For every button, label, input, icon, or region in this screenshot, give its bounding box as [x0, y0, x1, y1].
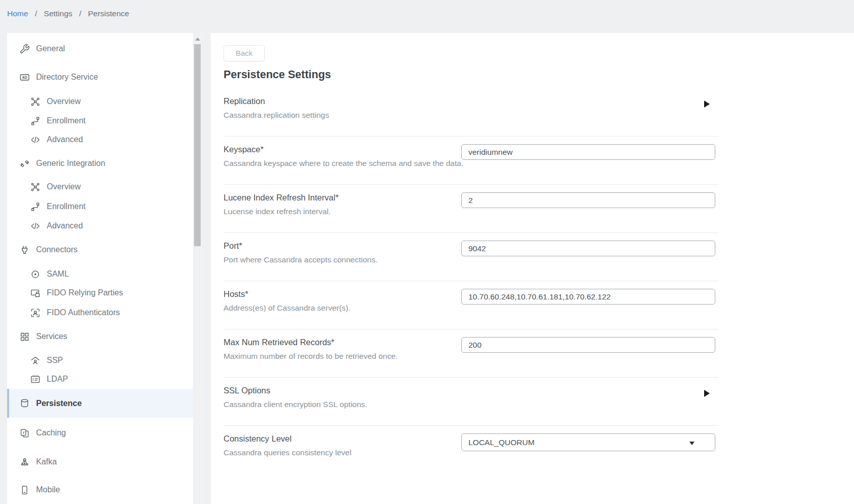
keyspace-description: Cassandra keyspace where to create the s… [224, 159, 719, 168]
code-icon [29, 220, 41, 232]
sidebar-item-label: Enrollment [47, 116, 85, 125]
port-description: Port where Cassandra accepts connections… [224, 255, 719, 264]
sidebar-scrollbar[interactable] [193, 33, 202, 504]
selected-value: LOCAL_QUORUM [468, 438, 534, 447]
disc-icon [29, 268, 41, 280]
sidebar-item-caching[interactable]: Caching [7, 425, 193, 441]
sidebar-item-fido-relying-parties[interactable]: FIDO Relying Parties [7, 285, 193, 300]
max-num-retrieved-records-input[interactable] [461, 337, 715, 353]
breadcrumb: Home / Settings / Persistence [7, 9, 134, 18]
port-input[interactable] [461, 241, 715, 256]
route-icon [29, 115, 41, 127]
sidebar-item-label: FIDO Authenticators [47, 308, 120, 317]
cable-icon [18, 157, 30, 170]
hosts-description: Address(es) of Cassandra server(s). [224, 304, 719, 313]
breadcrumb-separator: / [35, 9, 37, 18]
sidebar-item-fido-authenticators[interactable]: FIDO Authenticators [7, 305, 193, 320]
sidebar-item-label: SAML [47, 270, 69, 279]
keyspace-input[interactable] [461, 144, 715, 160]
sidebar-item-overview[interactable]: Overview [7, 94, 193, 109]
settings-form: Replication Cassandra replication settin… [224, 88, 719, 474]
network-nodes-icon [29, 95, 41, 108]
sidebar-item-services[interactable]: Services [7, 329, 193, 344]
scrollbar-up-arrow-icon[interactable] [195, 38, 200, 41]
breadcrumb-persistence: Persistence [88, 9, 129, 18]
row-ssl-options[interactable]: SSL Options Cassandra client encryption … [224, 378, 719, 426]
row-consistency-level: Consistency Level Cassandra queries cons… [224, 426, 719, 474]
row-hosts: Hosts* Address(es) of Cassandra server(s… [224, 281, 719, 329]
person-home-icon [29, 354, 41, 366]
sidebar-item-label: Services [36, 332, 67, 341]
breadcrumb-separator: / [79, 9, 81, 18]
sidebar-item-enrollment[interactable]: Enrollment [7, 113, 193, 128]
sidebar-item-ldap[interactable]: LDAP [7, 372, 193, 387]
sidebar-item-enrollment-2[interactable]: Enrollment [7, 199, 193, 214]
sidebar-item-advanced[interactable]: Advanced [7, 132, 193, 147]
sidebar-item-label: FIDO Relying Parties [47, 288, 123, 297]
hosts-input[interactable] [461, 289, 715, 305]
sidebar-item-persistence[interactable]: Persistence [7, 389, 193, 418]
grid-icon [18, 330, 30, 343]
network-nodes-icon [29, 181, 41, 193]
sidebar-item-overview-2[interactable]: Overview [7, 179, 193, 194]
sidebar-item-kafka[interactable]: Kafka [7, 454, 193, 469]
replication-label: Replication [224, 96, 719, 106]
sidebar-item-label: Mobile [36, 485, 60, 494]
sidebar-item-label: Advanced [47, 221, 83, 230]
row-max-num-retrieved-records: Max Num Retrieved Records* Maximum numbe… [224, 329, 719, 378]
sidebar-item-connectors[interactable]: Connectors [7, 242, 193, 257]
sidebar-item-label: Directory Service [36, 73, 98, 82]
sidebar-item-label: SSP [47, 356, 63, 365]
svg-text:AD: AD [22, 76, 27, 79]
sidebar-item-label: General [36, 44, 65, 53]
sidebar-item-label: Connectors [36, 245, 78, 254]
lucene-index-refresh-interval-description: Lucense index refresh interval. [224, 207, 719, 216]
sidebar-item-label: Kafka [36, 457, 57, 466]
max-num-retrieved-records-description: Maximum number of records to be retrieve… [224, 352, 719, 361]
sidebar-item-label: Overview [47, 182, 81, 191]
row-keyspace: Keyspace* Cassandra keyspace where to cr… [224, 137, 719, 185]
plug-icon [18, 244, 30, 256]
sidebar-item-generic-integration[interactable]: Generic Integration [7, 156, 193, 171]
settings-sidebar: General AD Directory Service Overview En… [7, 33, 193, 504]
kafka-icon [18, 456, 30, 468]
ssl-options-description: Cassandra client encryption SSL options. [224, 400, 719, 409]
face-scan-icon [29, 307, 41, 319]
sidebar-item-ssp[interactable]: SSP [7, 353, 193, 368]
code-icon [29, 133, 41, 146]
sidebar-item-saml[interactable]: SAML [7, 266, 193, 282]
sidebar-item-label: LDAP [47, 375, 68, 384]
replication-description: Cassandra replication settings [224, 111, 719, 120]
sidebar-item-label: Enrollment [47, 202, 85, 211]
ad-badge-icon: AD [18, 71, 30, 83]
row-lucene-index-refresh-interval: Lucene Index Refresh Interval* Lucense i… [224, 185, 719, 233]
scrollbar-thumb[interactable] [194, 44, 201, 246]
sidebar-item-label: Caching [36, 428, 66, 438]
row-port: Port* Port where Cassandra accepts conne… [224, 233, 719, 281]
expand-section-arrow-icon [704, 100, 710, 108]
sidebar-item-label: Overview [47, 97, 81, 106]
back-button[interactable]: Back [224, 45, 265, 61]
route-icon [29, 200, 41, 213]
lucene-index-refresh-interval-input[interactable] [461, 192, 715, 208]
wrench-icon [18, 43, 30, 55]
main-panel: Back Persistence Settings Replication Ca… [211, 33, 854, 504]
breadcrumb-settings: Settings [44, 9, 72, 18]
sidebar-item-directory-service[interactable]: AD Directory Service [7, 70, 193, 85]
chevron-down-icon [689, 442, 694, 445]
mobile-icon [18, 484, 30, 496]
sidebar-item-label: Generic Integration [36, 159, 105, 168]
contact-card-icon [29, 373, 41, 385]
database-icon [18, 397, 30, 410]
sidebar-item-mobile[interactable]: Mobile [7, 482, 193, 497]
sidebar-item-label: Persistence [36, 399, 82, 408]
row-replication[interactable]: Replication Cassandra replication settin… [224, 88, 719, 137]
consistency-level-select[interactable]: LOCAL_QUORUM [461, 433, 715, 451]
sidebar-item-advanced-2[interactable]: Advanced [7, 218, 193, 233]
sidebar-item-general[interactable]: General [7, 41, 193, 56]
sidebar-item-label: Advanced [47, 135, 83, 144]
screen-lock-icon [29, 287, 41, 299]
copy-icon [18, 427, 30, 439]
breadcrumb-home[interactable]: Home [7, 9, 28, 18]
ssl-options-label: SSL Options [224, 386, 719, 395]
